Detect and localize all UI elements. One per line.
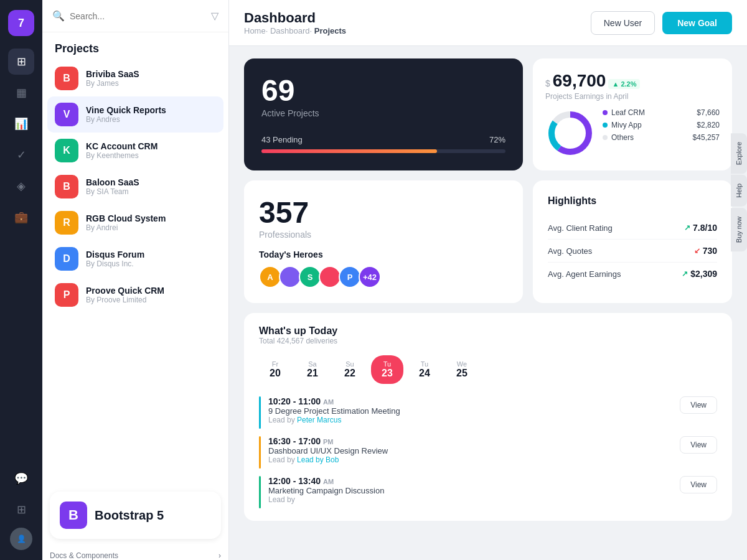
page-title: Dashboard — [244, 10, 583, 26]
view-button[interactable]: View — [680, 476, 717, 493]
nav-icon-messages[interactable]: 💬 — [8, 465, 34, 492]
side-tab-button[interactable]: Explore — [731, 133, 747, 174]
sidebar: 🔍 ▽ Projects B Briviba SaaS By James V V… — [42, 0, 229, 560]
event-lead-link[interactable]: Peter Marcus — [297, 416, 341, 424]
calendar-day[interactable]: Fr 20 — [259, 355, 291, 384]
legend-list: Leaf CRM $7,660 Mivy App $2,820 Others $… — [603, 108, 720, 158]
active-projects-card: 69 Active Projects 43 Pending 72% — [244, 58, 523, 170]
active-projects-number: 69 — [261, 76, 505, 106]
event-content: 10:20 - 11:00 AM 9 Degree Project Estima… — [268, 396, 672, 424]
project-item[interactable]: K KC Account CRM By Keenthemes — [47, 133, 223, 169]
calendar-day[interactable]: We 25 — [446, 355, 478, 384]
whatsup-subtitle: Total 424,567 deliveries — [259, 337, 717, 345]
nav-avatar[interactable]: 7 — [8, 10, 34, 36]
project-name: Proove Quick CRM — [86, 286, 216, 296]
project-info: Vine Quick Reports By Andres — [86, 105, 216, 124]
highlight-value: ↗ $2,309 — [682, 269, 717, 279]
nav-icon-briefcase[interactable]: 💼 — [8, 204, 34, 230]
hero-avatar — [279, 266, 301, 288]
donut-chart — [545, 108, 595, 158]
whatsup-section: What's up Today Total 424,567 deliveries… — [244, 313, 732, 521]
nav-icon-dashboard[interactable]: ⊞ — [8, 49, 34, 75]
legend-label: Leaf CRM — [611, 108, 645, 117]
project-by: By SIA Team — [86, 187, 216, 196]
view-button[interactable]: View — [680, 396, 717, 414]
nav-icon-chart[interactable]: 📊 — [8, 111, 34, 137]
event-bar — [259, 396, 261, 429]
user-avatar[interactable]: 👤 — [10, 528, 32, 550]
event-content: 12:00 - 13:40 AM Marketing Campaign Disc… — [268, 476, 672, 504]
nav-icon-check[interactable]: ✓ — [8, 142, 34, 168]
trend-up-icon: ↗ — [684, 223, 690, 232]
search-input[interactable] — [70, 11, 206, 21]
side-tab-button[interactable]: Buy now — [731, 208, 747, 251]
earnings-body: Leaf CRM $7,660 Mivy App $2,820 Others $… — [545, 108, 720, 158]
search-bar: 🔍 ▽ — [42, 0, 228, 32]
event-name: 9 Degree Project Estimation Meeting — [268, 406, 672, 416]
earnings-label: Projects Earnings in April — [545, 92, 720, 101]
highlights-card: Highlights Avg. Client Rating ↗ 7.8/10 A… — [533, 180, 732, 303]
project-item[interactable]: V Vine Quick Reports By Andres — [47, 96, 223, 133]
search-icon: 🔍 — [52, 10, 65, 22]
calendar-day[interactable]: Tu 23 — [371, 355, 403, 384]
event-time: 16:30 - 17:00 PM — [268, 436, 672, 446]
header-titles: Dashboard Home· Dashboard· Projects — [244, 10, 583, 35]
nav-icon-grid2[interactable]: ⊞ — [8, 497, 34, 523]
pending-count: 43 Pending — [261, 135, 303, 144]
day-name: Tu — [421, 360, 428, 368]
day-name: Sa — [308, 360, 316, 368]
progress-bar-fill — [261, 149, 437, 153]
project-info: Briviba SaaS By James — [86, 69, 216, 88]
legend-item: Leaf CRM $7,660 — [603, 108, 720, 117]
calendar-day[interactable]: Tu 24 — [408, 355, 441, 384]
breadcrumb-home: Home· — [244, 26, 268, 35]
event-lead-link[interactable]: Lead by Bob — [297, 455, 339, 464]
project-item[interactable]: B Baloon SaaS By SIA Team — [47, 169, 223, 205]
side-tabs: ExploreHelpBuy now — [731, 133, 747, 251]
nav-icon-grid[interactable]: ▦ — [8, 80, 34, 106]
legend-amount: $7,660 — [697, 108, 720, 117]
project-name: Vine Quick Reports — [86, 105, 216, 115]
breadcrumb-dashboard: Dashboard· — [270, 26, 312, 35]
event-period: PM — [323, 438, 334, 446]
event-item: 12:00 - 13:40 AM Marketing Campaign Disc… — [259, 476, 717, 508]
project-name: Briviba SaaS — [86, 69, 216, 79]
event-period: AM — [323, 398, 334, 406]
project-item[interactable]: P Proove Quick CRM By Proove Limited — [47, 277, 223, 313]
highlight-label: Avg. Client Rating — [548, 223, 613, 233]
event-lead: Lead by — [268, 495, 672, 504]
calendar-row: Fr 20 Sa 21 Su 22 Tu 23 Tu 24 We 25 — [259, 355, 717, 384]
calendar-day[interactable]: Sa 21 — [296, 355, 329, 384]
view-button[interactable]: View — [680, 436, 717, 454]
project-info: RGB Cloud System By Andrei — [86, 213, 216, 232]
highlights-rows: Avg. Client Rating ↗ 7.8/10 Avg. Quotes … — [548, 217, 717, 285]
docs-label: Docs & Components — [50, 551, 118, 560]
docs-link[interactable]: Docs & Components › — [42, 546, 228, 560]
project-item[interactable]: D Disqus Forum By Disqus Inc. — [47, 241, 223, 277]
breadcrumb: Home· Dashboard· Projects — [244, 26, 583, 35]
day-number: 23 — [382, 368, 393, 379]
legend-label: Mivy App — [611, 121, 642, 129]
project-info: Proove Quick CRM By Proove Limited — [86, 286, 216, 304]
trend-down-icon: ↙ — [694, 246, 700, 255]
day-number: 25 — [456, 368, 467, 379]
event-bar — [259, 436, 261, 469]
new-goal-button[interactable]: New Goal — [662, 12, 732, 34]
highlight-label: Avg. Agent Earnings — [548, 269, 621, 279]
project-item[interactable]: R RGB Cloud System By Andrei — [47, 205, 223, 241]
project-list: B Briviba SaaS By James V Vine Quick Rep… — [42, 60, 228, 484]
project-info: Baloon SaaS By SIA Team — [86, 177, 216, 196]
legend-label: Others — [611, 133, 634, 142]
day-name: Su — [345, 360, 354, 368]
top-row: 69 Active Projects 43 Pending 72% $ — [244, 58, 732, 170]
side-tab-button[interactable]: Help — [731, 175, 747, 207]
day-number: 24 — [419, 368, 430, 379]
new-user-button[interactable]: New User — [591, 11, 655, 35]
project-item[interactable]: B Briviba SaaS By James — [47, 60, 223, 96]
filter-icon[interactable]: ▽ — [211, 10, 218, 22]
active-projects-label: Active Projects — [261, 108, 505, 118]
calendar-day[interactable]: Su 22 — [334, 355, 366, 384]
project-by: By James — [86, 79, 216, 88]
nav-icon-layers[interactable]: ◈ — [8, 173, 34, 199]
project-name: Baloon SaaS — [86, 177, 216, 187]
